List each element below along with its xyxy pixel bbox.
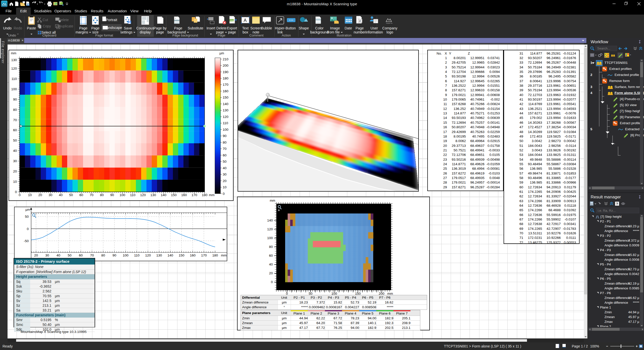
svg-text:10: 10 — [13, 180, 17, 184]
svg-text:A: A — [244, 18, 247, 23]
svg-text:100: 100 — [223, 128, 229, 132]
svg-text:60: 60 — [79, 193, 83, 197]
svg-text:120: 120 — [140, 193, 146, 197]
svg-text:110: 110 — [223, 121, 228, 125]
svg-text:210: 210 — [223, 57, 229, 61]
svg-text:#: # — [175, 17, 176, 19]
svg-text:120: 120 — [267, 227, 273, 231]
svg-text:150: 150 — [355, 292, 361, 295]
svg-text:180: 180 — [202, 193, 208, 197]
svg-text:70: 70 — [223, 147, 226, 151]
svg-text:100: 100 — [267, 236, 273, 240]
svg-text:120: 120 — [223, 115, 229, 119]
svg-text:50: 50 — [69, 193, 73, 197]
svg-text:20: 20 — [269, 271, 273, 275]
svg-text:100: 100 — [123, 253, 129, 257]
svg-text:160: 160 — [223, 89, 229, 93]
svg-text:70: 70 — [13, 118, 17, 122]
svg-text:100: 100 — [120, 193, 125, 197]
svg-text:140: 140 — [223, 102, 229, 106]
svg-text:mm: mm — [11, 51, 16, 55]
svg-text:50: 50 — [309, 292, 312, 295]
svg-text:60: 60 — [269, 254, 273, 257]
svg-text:180: 180 — [223, 76, 229, 80]
svg-text:mm: mm — [221, 253, 227, 257]
svg-text:30: 30 — [223, 172, 226, 176]
svg-text:10: 10 — [28, 193, 32, 197]
svg-text:µm: µm — [25, 208, 30, 211]
svg-text:130: 130 — [150, 193, 156, 197]
svg-text:120: 120 — [11, 67, 17, 70]
svg-text:30: 30 — [49, 193, 52, 197]
svg-text:mm: mm — [209, 193, 215, 197]
svg-text:mm: mm — [270, 199, 275, 202]
svg-text:0: 0 — [19, 193, 21, 197]
svg-text:110: 110 — [11, 77, 17, 81]
svg-text:20: 20 — [223, 179, 226, 183]
svg-text:40: 40 — [223, 166, 226, 170]
svg-text:0: 0 — [27, 227, 29, 231]
svg-text:40: 40 — [57, 253, 60, 257]
svg-text:140: 140 — [161, 193, 166, 197]
svg-text:0: 0 — [15, 190, 17, 194]
svg-text:180: 180 — [212, 253, 218, 257]
svg-text:90: 90 — [110, 193, 114, 197]
svg-text:50: 50 — [68, 253, 71, 257]
svg-text:190: 190 — [223, 70, 229, 74]
svg-text:80: 80 — [13, 108, 17, 112]
svg-text:60: 60 — [13, 128, 17, 132]
svg-text:mm: mm — [387, 292, 393, 295]
svg-text:40: 40 — [13, 149, 17, 153]
svg-text:130: 130 — [156, 253, 162, 257]
svg-text:80: 80 — [269, 245, 273, 249]
svg-text:50: 50 — [223, 160, 226, 163]
svg-text:160: 160 — [181, 193, 187, 197]
svg-text:80: 80 — [100, 193, 104, 197]
svg-text:130: 130 — [11, 58, 17, 62]
svg-text:µm: µm — [219, 51, 224, 55]
svg-text:110: 110 — [134, 253, 140, 257]
svg-text:100: 100 — [331, 292, 337, 295]
svg-text:50: 50 — [25, 215, 29, 218]
svg-text:20: 20 — [13, 169, 17, 173]
svg-text:170: 170 — [192, 193, 197, 197]
svg-text:160: 160 — [190, 253, 196, 257]
svg-text:150: 150 — [223, 96, 229, 99]
svg-text:60: 60 — [223, 153, 226, 157]
svg-text:90: 90 — [13, 98, 17, 101]
svg-text:20: 20 — [38, 193, 42, 197]
svg-text:40: 40 — [269, 262, 273, 266]
svg-text:30: 30 — [45, 253, 49, 257]
svg-text:90: 90 — [112, 253, 116, 257]
svg-text:100: 100 — [11, 87, 17, 91]
svg-text:140: 140 — [168, 253, 173, 257]
svg-text:?: ? — [616, 202, 618, 206]
svg-text:70: 70 — [90, 253, 94, 257]
svg-text:40: 40 — [59, 193, 63, 197]
svg-text:110: 110 — [130, 193, 135, 197]
svg-text:20: 20 — [34, 253, 38, 257]
svg-text:200: 200 — [379, 292, 385, 295]
svg-text:70: 70 — [90, 193, 93, 197]
svg-text:80: 80 — [101, 253, 105, 257]
svg-text:170: 170 — [201, 253, 207, 257]
svg-text:0: 0 — [223, 192, 225, 196]
svg-text:140: 140 — [267, 218, 273, 222]
svg-text:PNG: PNG — [230, 20, 234, 21]
svg-text:Digital Surf: Digital Surf — [386, 22, 393, 24]
svg-text:60: 60 — [79, 253, 83, 257]
svg-text:150: 150 — [179, 253, 184, 257]
svg-text:200: 200 — [223, 64, 229, 67]
svg-text:150: 150 — [171, 193, 177, 197]
svg-text:90: 90 — [223, 134, 226, 138]
svg-text:-50: -50 — [24, 239, 29, 243]
svg-text:10: 10 — [223, 185, 226, 189]
svg-text:170: 170 — [223, 83, 229, 86]
svg-text:30: 30 — [13, 159, 17, 163]
svg-text:#: # — [359, 19, 361, 23]
svg-text:80: 80 — [223, 141, 226, 144]
svg-text:0: 0 — [286, 292, 288, 295]
svg-text:130: 130 — [223, 108, 229, 112]
svg-text:120: 120 — [145, 253, 151, 257]
svg-text:0: 0 — [271, 280, 273, 284]
